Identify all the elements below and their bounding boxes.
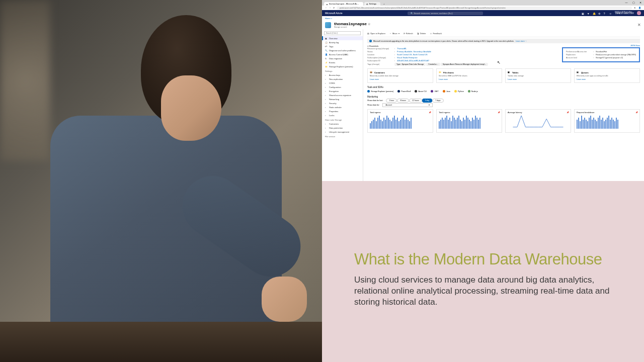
feedback-icon[interactable]: ☺ (609, 12, 612, 15)
settings-icon[interactable]: ⚙ (598, 12, 601, 15)
browser-tab-1[interactable]: ▲thomas1synapse - Microsoft Az… (324, 2, 363, 6)
chart-bar (454, 118, 455, 129)
feedback-button[interactable]: ☺ Feedback (430, 32, 442, 35)
sidebar-item-storage-explorer-preview-[interactable]: 📁Storage Explorer (preview) (322, 64, 363, 68)
refresh-button[interactable]: ⟳ Refresh (404, 32, 413, 35)
pin-icon[interactable]: 📌 (498, 111, 500, 114)
chart-total-egress[interactable]: Total egress📌 (367, 109, 433, 133)
search-icon: 🔍 (411, 12, 413, 15)
user-menu[interactable]: thleblanc@Thom-iSea…DEFAULT DIRECTORY (615, 12, 634, 15)
browser-tab-2[interactable]: ⚙Settings (364, 2, 380, 6)
chart-bar (611, 118, 612, 129)
sidebar-item-locks[interactable]: ▫Locks (322, 113, 363, 117)
time-pill-12hours[interactable]: 12 hours (409, 99, 422, 103)
sidebar-search[interactable]: Search (Ctrl+/) (324, 31, 361, 35)
time-pill-1day[interactable]: 1 day (422, 99, 433, 103)
sdk-azure-cli[interactable]: Azure CLI (415, 90, 427, 93)
learn-more-link[interactable]: Learn more (508, 78, 569, 80)
pin-icon[interactable]: 📌 (635, 111, 638, 114)
pin-icon[interactable]: 📌 (567, 111, 569, 114)
delete-button[interactable]: 🗑 Delete (417, 32, 426, 35)
service-card-file-shares[interactable]: 📁File sharesServerless SMB and NFS file … (436, 68, 502, 83)
sidebar-icon: ▫ (325, 86, 328, 88)
tags-label[interactable]: Tags (change) (367, 63, 392, 65)
sidebar-item-encryption[interactable]: ▫Encryption (322, 89, 363, 93)
sidebar-item-properties[interactable]: ▫Properties (322, 109, 363, 113)
new-tab-button[interactable]: + (381, 2, 388, 6)
chart-bar (449, 118, 450, 129)
learn-more-link[interactable]: Learn more (370, 78, 431, 80)
alert-link[interactable]: Learn more → (516, 40, 527, 42)
notifications-icon[interactable]: 🔔 (593, 12, 595, 15)
sidebar-item-configuration[interactable]: ▫Configuration (322, 85, 363, 89)
service-card-queues[interactable]: ▤QueuesEffectively scale apps according … (574, 68, 640, 83)
sidebar-item-lifecycle-management[interactable]: ▫Lifecycle management (322, 130, 363, 134)
sdk-node-js[interactable]: Node.js (468, 90, 478, 93)
sdk-icon (431, 90, 433, 93)
sidebar-item-containers[interactable]: ▫Containers (322, 122, 363, 126)
sidebar-item-access-control-iam-[interactable]: 👤Access Control (IAM) (322, 52, 363, 56)
sidebar-item-static-website[interactable]: ▫Static website (322, 105, 363, 109)
chart-bar (614, 121, 615, 129)
sdk-python[interactable]: Python (454, 90, 464, 93)
filter-icon[interactable]: ▼ (587, 12, 590, 15)
close-button[interactable]: ✕ (637, 0, 644, 5)
sdk-powershell[interactable]: PowerShell (397, 90, 411, 93)
sidebar-item-diagnose-and-solve-problems[interactable]: 🔧Diagnose and solve problems (322, 48, 363, 52)
pin-icon[interactable]: 📌 (429, 111, 431, 114)
forward-button[interactable]: → (329, 7, 331, 9)
minimize-button[interactable]: — (623, 0, 630, 5)
extension-icon[interactable]: ★ (634, 7, 636, 9)
time-pill-6hours[interactable]: 6 hours (397, 99, 409, 103)
sidebar-item-activity-log[interactable]: 📋Activity log (322, 40, 363, 44)
time-pill-1hour[interactable]: 1 hour (386, 99, 397, 103)
tag-chip[interactable]: Synapse Azure Resource Manager deploymen… (441, 63, 488, 66)
address-bar[interactable]: portal.azure.com/#@Thom-iSea.onmicrosoft… (337, 7, 632, 10)
chart-bar (604, 121, 605, 129)
time-pill-7days[interactable]: 7 days (432, 99, 443, 103)
learn-more-link[interactable]: Learn more (439, 78, 500, 80)
chart-bar (457, 118, 458, 129)
sidebar-item-events[interactable]: ⚡Events (322, 60, 363, 64)
show-data-for-select[interactable]: Account ▾ (382, 103, 433, 107)
reload-button[interactable]: ⟳ (333, 7, 335, 9)
open-explorer-button[interactable]: ▤ Open in Explorer (367, 32, 385, 35)
sidebar-item-tags[interactable]: 🏷Tags (322, 44, 363, 48)
service-card-containers[interactable]: 📦ContainersMassively scalable data lake … (367, 68, 433, 83)
portal-search[interactable]: 🔍 Search resources, services, and docs (… (408, 12, 483, 15)
back-button[interactable]: ← (325, 7, 327, 9)
sidebar-item-data-protection[interactable]: ▫Data protection (322, 126, 363, 130)
chart-bar (405, 120, 406, 129)
tag-chip[interactable]: Type : Synapse Data Lake Storage (394, 63, 426, 66)
help-icon[interactable]: ? (604, 12, 606, 15)
learn-more-link[interactable]: Learn more (577, 78, 637, 80)
sidebar-item-shared-access-signature[interactable]: ▫Shared access signature (322, 93, 363, 97)
sidebar-item-overview[interactable]: ▣Overview (322, 36, 363, 40)
chart-bar (593, 118, 594, 129)
tag-chip[interactable]: Created w… (426, 63, 440, 66)
sidebar-item-geo-replication[interactable]: ▫Geo-replication (322, 77, 363, 81)
sdk-java[interactable]: Java (443, 90, 450, 93)
maximize-button[interactable]: ▢ (630, 0, 637, 5)
chart-request-breakdown[interactable]: Request breakdown📌 (574, 109, 640, 133)
chart-total-ingress[interactable]: Total ingress📌 (436, 109, 502, 133)
cloudshell-icon[interactable]: ▣ (582, 12, 584, 15)
sidebar-item-security[interactable]: ▫Security (322, 101, 363, 105)
sidebar-item-access-keys[interactable]: ▫Access keys (322, 73, 363, 77)
sidebar-item-data-migration[interactable]: ↻Data migration (322, 56, 363, 60)
chart-bar (439, 121, 440, 129)
refresh-icon: ⟳ (404, 32, 405, 35)
sidebar-item-cors[interactable]: ▫CORS (322, 81, 363, 85)
avatar[interactable] (637, 11, 641, 15)
chart-average-latency[interactable]: Average latency📌 (505, 109, 571, 133)
move-button[interactable]: → Move ▾ (389, 32, 399, 35)
service-card-tables[interactable]: ▦TablesTabular data storageLearn more (505, 68, 571, 83)
close-icon[interactable]: ✕ (637, 23, 641, 27)
sdk-icon (443, 90, 445, 93)
chart-bar (442, 118, 443, 129)
sdk--net[interactable]: .NET (431, 90, 439, 93)
sidebar-item-networking[interactable]: ▫Networking (322, 97, 363, 101)
profile-icon[interactable]: 👤 (638, 7, 641, 9)
sdk-storage-explorer-preview-[interactable]: Storage Explorer (preview) (367, 90, 393, 93)
breadcrumb[interactable]: Home > (322, 16, 644, 21)
